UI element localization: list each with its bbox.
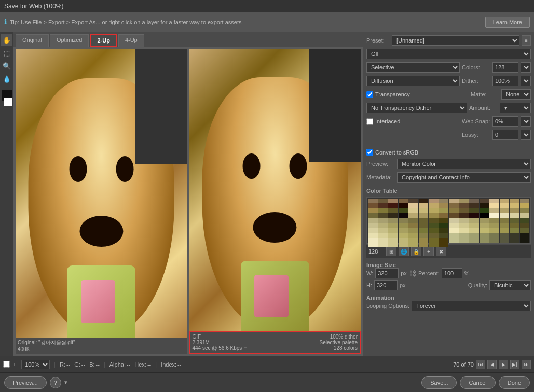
cancel-button[interactable]: Cancel xyxy=(460,376,495,389)
preset-label: Preset: xyxy=(366,37,390,44)
color-cell-134[interactable] xyxy=(429,238,439,248)
convert-srgb-row: Convert to sRGB xyxy=(366,149,531,156)
interlaced-checkbox[interactable] xyxy=(366,118,373,125)
no-transparency-dither-select[interactable]: No Transparency Dither xyxy=(366,103,467,113)
preset-row: Preset: [Unnamed] ≡ xyxy=(366,35,531,46)
color-cell-125[interactable] xyxy=(500,233,510,243)
convert-srgb-checkbox[interactable] xyxy=(366,149,373,156)
transparency-checkbox-label[interactable]: Transparency xyxy=(366,91,410,98)
amount-select[interactable]: ▾ xyxy=(500,103,531,113)
tab-optimized[interactable]: Optimized xyxy=(50,34,89,47)
dither-algo-select[interactable]: Diffusion xyxy=(366,76,460,86)
color-cell-135[interactable] xyxy=(439,238,449,248)
save-button[interactable]: Save... xyxy=(421,376,457,389)
image-size-title: Image Size xyxy=(366,262,396,268)
optimized-canvas[interactable] xyxy=(189,49,361,331)
hand-tool[interactable]: ✋ xyxy=(1,34,12,46)
format-row: GIF xyxy=(366,49,531,59)
tab-4up[interactable]: 4-Up xyxy=(118,34,144,47)
websnap-arrow[interactable]: ▾ xyxy=(521,116,531,127)
width-input[interactable] xyxy=(375,268,399,278)
tab-2up[interactable]: 2-Up xyxy=(90,34,117,47)
preview-checkbox[interactable] xyxy=(3,361,10,368)
original-info: Original: "강아지울짤.gif" 400K xyxy=(16,338,187,354)
color-table-header: Color Table ≡ xyxy=(366,188,531,195)
dither-arrow[interactable]: ▾ xyxy=(521,76,531,86)
reduction-colors-row: Selective Colors: ▾ xyxy=(366,62,531,73)
interlaced-checkbox-label[interactable]: Interlaced xyxy=(366,118,400,125)
dither-row: Diffusion Dither: ▾ xyxy=(366,76,531,86)
lossy-input[interactable] xyxy=(492,130,518,140)
convert-srgb-label[interactable]: Convert to sRGB xyxy=(366,149,418,156)
color-cell-124[interactable] xyxy=(489,233,499,243)
colors-input[interactable] xyxy=(492,62,518,73)
options-icon[interactable]: ≡ xyxy=(244,345,247,351)
view-tabs: Original Optimized 2-Up 4-Up xyxy=(13,32,363,47)
tip-text: Tip: Use File > Export > Export As... or… xyxy=(10,19,482,25)
background-color[interactable] xyxy=(4,98,12,106)
color-cell-129[interactable] xyxy=(378,238,388,248)
preview-button[interactable]: Preview... xyxy=(4,376,47,389)
color-cell-121[interactable] xyxy=(459,233,469,243)
quality-select[interactable]: Bicubic xyxy=(489,280,531,290)
zoom-select[interactable]: 100% xyxy=(21,360,50,369)
color-lock-button[interactable]: 🔒 xyxy=(411,247,421,256)
color-cell-123[interactable] xyxy=(480,233,489,243)
preset-menu-button[interactable]: ≡ xyxy=(522,35,531,46)
preview-label: Preview: xyxy=(366,161,395,167)
color-map-button[interactable]: ⊞ xyxy=(386,247,396,256)
color-table-grid[interactable] xyxy=(366,197,531,244)
dither-input[interactable] xyxy=(492,76,518,86)
lossy-arrow[interactable]: ▾ xyxy=(521,130,531,140)
tab-original[interactable]: Original xyxy=(16,34,49,47)
color-cell-120[interactable] xyxy=(449,233,459,243)
color-cell-132[interactable] xyxy=(408,238,418,248)
color-cell-126[interactable] xyxy=(510,233,519,243)
percent-input[interactable] xyxy=(442,268,462,278)
preview-select[interactable]: Monitor Color xyxy=(397,159,531,169)
eyedropper-tool[interactable]: 💧 xyxy=(1,73,12,85)
zoom-tool[interactable]: 🔍 xyxy=(1,60,12,72)
metadata-select[interactable]: Copyright and Contact Info xyxy=(397,172,531,183)
preview-checkbox-label[interactable] xyxy=(3,361,10,368)
color-cell-127[interactable] xyxy=(520,233,530,243)
action-bar: Preview... ? ▾ Save... Cancel Done xyxy=(0,372,534,392)
color-cell-128[interactable] xyxy=(368,238,378,248)
learn-more-button[interactable]: Learn More xyxy=(485,17,530,28)
r-status: R: -- xyxy=(60,361,70,368)
next-frame-button[interactable]: ▶| xyxy=(510,360,519,369)
color-web-button[interactable]: 🌐 xyxy=(399,247,409,256)
color-cell-130[interactable] xyxy=(388,238,398,248)
hex-status: Hex: -- xyxy=(134,361,151,368)
reduction-select[interactable]: Selective xyxy=(366,62,460,73)
format-select[interactable]: GIF xyxy=(366,49,531,59)
looping-select[interactable]: Forever xyxy=(412,301,531,311)
transparency-checkbox[interactable] xyxy=(366,91,373,98)
original-canvas[interactable] xyxy=(16,49,187,338)
color-new-button[interactable]: + xyxy=(423,247,434,256)
height-input[interactable] xyxy=(374,280,398,290)
help-button[interactable]: ? xyxy=(50,377,61,388)
matte-select[interactable]: None xyxy=(501,89,531,100)
help-dropdown-arrow[interactable]: ▾ xyxy=(64,379,67,386)
tip-bar: ℹ Tip: Use File > Export > Export As... … xyxy=(0,12,534,32)
play-button[interactable]: ▶ xyxy=(499,360,508,369)
preview-row: Preview: Monitor Color xyxy=(366,159,531,169)
preset-select[interactable]: [Unnamed] xyxy=(392,35,519,46)
color-table-menu[interactable]: ≡ xyxy=(528,189,531,195)
color-cell-133[interactable] xyxy=(419,238,429,248)
websnap-input[interactable] xyxy=(492,116,518,127)
marquee-tool[interactable]: ⬚ xyxy=(1,47,12,59)
color-cell-131[interactable] xyxy=(399,238,408,248)
color-cell-122[interactable] xyxy=(469,233,479,243)
animation-section: Animation Looping Options: Forever xyxy=(366,295,531,312)
last-frame-button[interactable]: ⏭ xyxy=(522,360,531,369)
done-button[interactable]: Done xyxy=(499,376,530,389)
g-status: G: -- xyxy=(74,361,85,368)
colors-label: Colors: xyxy=(462,64,490,71)
first-frame-button[interactable]: ⏮ xyxy=(476,360,485,369)
color-delete-button[interactable]: ✖ xyxy=(436,247,446,256)
dither-label: Dither: xyxy=(462,78,490,84)
prev-frame-button[interactable]: ◀ xyxy=(487,360,497,369)
colors-arrow[interactable]: ▾ xyxy=(521,62,531,73)
